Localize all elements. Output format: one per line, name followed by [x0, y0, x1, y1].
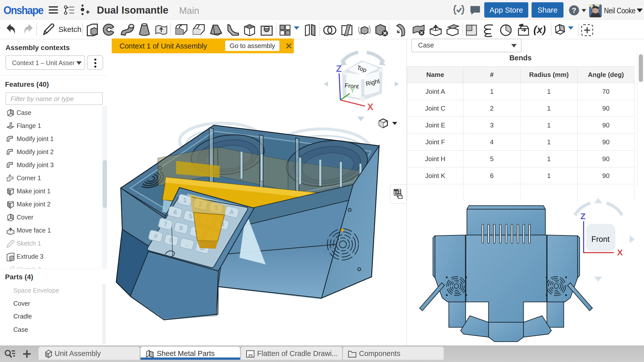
- svg-text:#: #: [154, 232, 158, 240]
- svg-text:4: 4: [173, 208, 177, 216]
- svg-text:.: .: [186, 240, 188, 248]
- svg-text:1: 1: [183, 196, 187, 204]
- svg-text:5: 5: [189, 212, 192, 220]
- svg-text:Front: Front: [591, 235, 610, 244]
- svg-text:8: 8: [179, 224, 183, 232]
- svg-text:X: X: [617, 248, 623, 257]
- svg-text:7: 7: [164, 220, 167, 228]
- svg-text:Z: Z: [336, 64, 342, 74]
- svg-text:(x): (x): [534, 24, 546, 35]
- svg-text:?: ?: [572, 6, 576, 14]
- svg-text:0: 0: [170, 236, 173, 244]
- svg-text:Y: Y: [350, 86, 355, 94]
- svg-text:Z: Z: [580, 211, 586, 221]
- svg-text:X: X: [367, 102, 373, 112]
- svg-text:A: A: [229, 208, 234, 216]
